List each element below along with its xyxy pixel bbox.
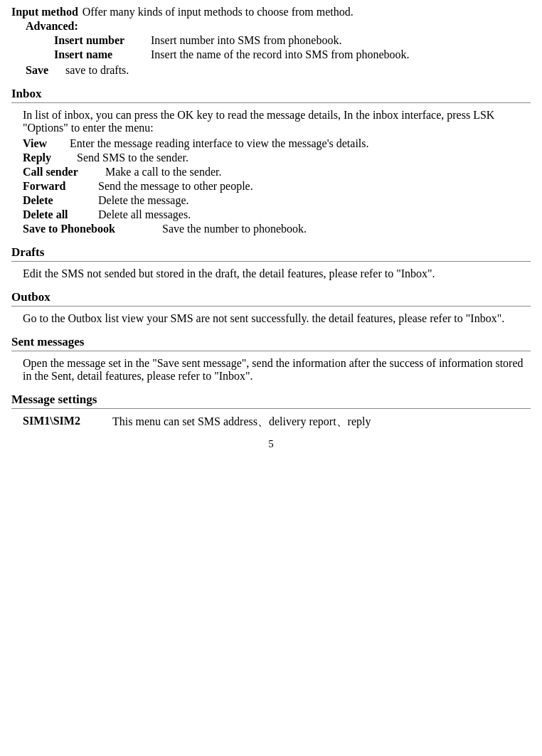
inbox-item-delete-all: Delete all Delete all messages. xyxy=(23,208,531,221)
insert-name-def: Insert the name of the record into SMS f… xyxy=(151,48,531,61)
outbox-body-text: Go to the Outbox list view your SMS are … xyxy=(23,312,531,325)
outbox-body: Go to the Outbox list view your SMS are … xyxy=(11,312,531,325)
forward-term: Forward xyxy=(23,180,94,193)
message-settings-heading: Message settings xyxy=(11,393,531,407)
save-to-phonebook-def: Save the number to phonebook. xyxy=(162,223,531,235)
call-sender-def: Make a call to the sender. xyxy=(105,166,531,179)
save-drafts-block: Save save to drafts. xyxy=(11,64,531,77)
advanced-block: Advanced: Insert number Insert number in… xyxy=(11,20,531,61)
input-method-term: Input method xyxy=(11,6,78,18)
insert-number-term: Insert number xyxy=(54,34,147,47)
save-to-phonebook-term: Save to Phonebook xyxy=(23,223,158,235)
inbox-item-delete: Delete Delete the message. xyxy=(23,194,531,207)
sim-block: SIM1\SIM2 This menu can set SMS address、… xyxy=(23,415,531,430)
inbox-items-list: View Enter the message reading interface… xyxy=(23,137,531,235)
message-settings-divider xyxy=(11,408,531,409)
inbox-item-view: View Enter the message reading interface… xyxy=(23,137,531,150)
inbox-item-call-sender: Call sender Make a call to the sender. xyxy=(23,166,531,179)
input-method-block: Input method Offer many kinds of input m… xyxy=(11,6,531,18)
delete-all-term: Delete all xyxy=(23,208,94,221)
input-method-section: Input method Offer many kinds of input m… xyxy=(11,6,531,77)
sent-messages-divider xyxy=(11,351,531,351)
inbox-divider xyxy=(11,102,531,103)
forward-def: Send the message to other people. xyxy=(98,180,531,193)
sim-term: SIM1\SIM2 xyxy=(23,415,108,430)
insert-number-block: Insert number Insert number into SMS fro… xyxy=(26,34,531,47)
inbox-item-forward: Forward Send the message to other people… xyxy=(23,180,531,193)
inbox-intro-text: In list of inbox, you can press the OK k… xyxy=(23,109,531,134)
drafts-section: Drafts Edit the SMS not sended but store… xyxy=(11,245,531,280)
call-sender-term: Call sender xyxy=(23,166,101,179)
reply-term: Reply xyxy=(23,151,73,164)
save-term: Save xyxy=(26,64,61,77)
reply-def: Send SMS to the sender. xyxy=(77,151,531,164)
inbox-section: Inbox In list of inbox, you can press th… xyxy=(11,87,531,235)
sent-messages-heading: Sent messages xyxy=(11,335,531,349)
insert-number-def: Insert number into SMS from phonebook. xyxy=(151,34,531,47)
delete-term: Delete xyxy=(23,194,94,207)
view-def: Enter the message reading interface to v… xyxy=(70,137,531,150)
drafts-divider xyxy=(11,261,531,262)
view-term: View xyxy=(23,137,65,150)
save-def: save to drafts. xyxy=(65,64,531,77)
drafts-body-text: Edit the SMS not sended but stored in th… xyxy=(23,267,531,280)
drafts-body: Edit the SMS not sended but stored in th… xyxy=(11,267,531,280)
inbox-item-save-to-phonebook: Save to Phonebook Save the number to pho… xyxy=(23,223,531,235)
drafts-heading: Drafts xyxy=(11,245,531,260)
input-method-def: Offer many kinds of input methods to cho… xyxy=(83,6,531,18)
page-number: 5 xyxy=(11,438,531,450)
insert-name-block: Insert name Insert the name of the recor… xyxy=(26,48,531,61)
sent-messages-body-text: Open the message set in the "Save sent m… xyxy=(23,357,531,383)
inbox-item-reply: Reply Send SMS to the sender. xyxy=(23,151,531,164)
message-settings-section: Message settings SIM1\SIM2 This menu can… xyxy=(11,393,531,430)
outbox-section: Outbox Go to the Outbox list view your S… xyxy=(11,290,531,325)
outbox-divider xyxy=(11,306,531,307)
message-settings-body: SIM1\SIM2 This menu can set SMS address、… xyxy=(11,415,531,430)
sent-messages-body: Open the message set in the "Save sent m… xyxy=(11,357,531,383)
advanced-label: Advanced: xyxy=(26,20,78,32)
delete-all-def: Delete all messages. xyxy=(98,208,531,221)
delete-def: Delete the message. xyxy=(98,194,531,207)
sent-messages-section: Sent messages Open the message set in th… xyxy=(11,335,531,383)
inbox-heading: Inbox xyxy=(11,87,531,101)
inbox-body: In list of inbox, you can press the OK k… xyxy=(11,109,531,235)
sim-def: This menu can set SMS address、delivery r… xyxy=(112,415,531,430)
insert-name-term: Insert name xyxy=(54,48,147,61)
outbox-heading: Outbox xyxy=(11,290,531,304)
